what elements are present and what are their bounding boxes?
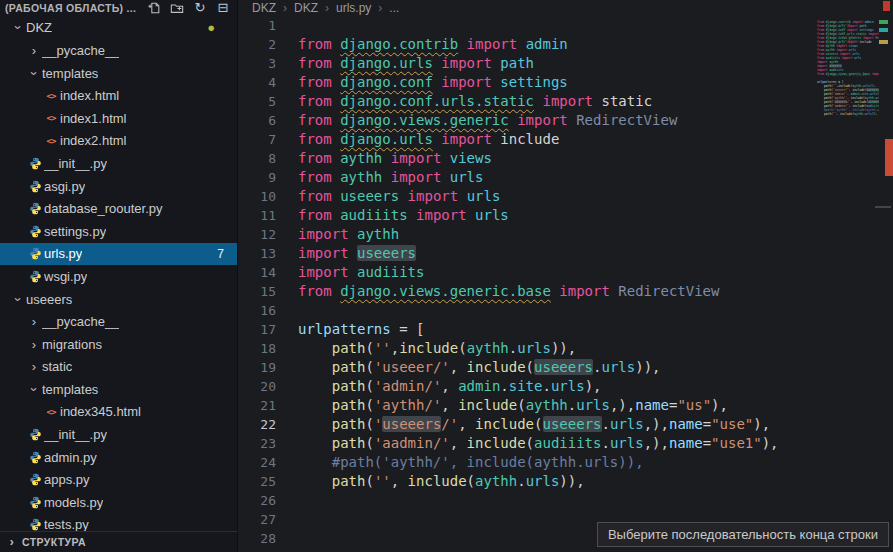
- collapse-all-button[interactable]: ⊟: [215, 0, 231, 16]
- breadcrumb-item[interactable]: DKZ: [252, 1, 276, 15]
- code-line-25[interactable]: 25 path('', include(aythh.urls)),: [238, 472, 893, 491]
- tree-item-__init__.py[interactable]: __init__.py: [0, 423, 237, 446]
- code-line-18[interactable]: 18 path('',include(aythh.urls)),: [238, 339, 893, 358]
- minimap-content: from django.contrib import adminfrom dja…: [817, 16, 879, 128]
- line-number[interactable]: 13: [238, 244, 298, 263]
- line-number[interactable]: 23: [238, 434, 298, 453]
- code-line-20[interactable]: 20 path('admin/', admin.site.urls),: [238, 377, 893, 396]
- explorer-section-header[interactable]: (РАБОЧАЯ ОБЛАСТЬ) ... ↻ ⊟: [0, 0, 237, 15]
- code-line-19[interactable]: 19 path('useeer/', include(useeers.urls)…: [238, 358, 893, 377]
- breadcrumb-item[interactable]: DKZ: [294, 1, 318, 15]
- line-number[interactable]: 9: [238, 168, 298, 187]
- outline-section-header[interactable]: › СТРУКТУРА: [0, 531, 237, 552]
- line-number[interactable]: 8: [238, 149, 298, 168]
- tree-item-asgi.py[interactable]: asgi.py: [0, 175, 237, 198]
- tree-item-apps.py[interactable]: apps.py: [0, 468, 237, 491]
- code-line-24[interactable]: 24 #path('aythh/', include(aythh.urls)),: [238, 453, 893, 472]
- line-number[interactable]: 19: [238, 358, 298, 377]
- code-line-15[interactable]: 15from django.views.generic.base import …: [238, 282, 893, 301]
- tree-item-templates[interactable]: ›templates: [0, 62, 237, 85]
- breadcrumb-item[interactable]: urls.py: [336, 1, 371, 15]
- explorer-sidebar: (РАБОЧАЯ ОБЛАСТЬ) ... ↻ ⊟ views.py›DKZ●›…: [0, 0, 238, 552]
- code-line-8[interactable]: 8from aythh import views: [238, 149, 893, 168]
- line-number[interactable]: 22: [238, 415, 298, 434]
- tree-item-__pycache__[interactable]: ›__pycache__: [0, 39, 237, 62]
- line-number[interactable]: 28: [238, 529, 298, 548]
- code-line-7[interactable]: 7from django.urls import include: [238, 130, 893, 149]
- line-number[interactable]: 17: [238, 320, 298, 339]
- code-editor[interactable]: 12from django.contrib import admin3from …: [238, 16, 893, 552]
- overview-ruler-mark: [883, 1, 890, 11]
- code-line-2[interactable]: 2from django.contrib import admin: [238, 35, 893, 54]
- tree-item-models.py[interactable]: models.py: [0, 491, 237, 514]
- code-line-text: from django.views.generic.base import Re…: [298, 282, 719, 301]
- line-number[interactable]: 20: [238, 377, 298, 396]
- tree-item-database_roouter.py[interactable]: database_roouter.py: [0, 197, 237, 220]
- code-line-10[interactable]: 10from useeers import urls: [238, 187, 893, 206]
- chevron-down-icon: ›: [11, 291, 26, 307]
- code-line-4[interactable]: 4from django.conf import settings: [238, 73, 893, 92]
- line-number[interactable]: 2: [238, 35, 298, 54]
- code-line-13[interactable]: 13import useeers: [238, 244, 893, 263]
- tree-item-__pycache__[interactable]: ›__pycache__: [0, 310, 237, 333]
- tree-item-DKZ[interactable]: ›DKZ●: [0, 17, 237, 40]
- line-number[interactable]: 11: [238, 206, 298, 225]
- line-number[interactable]: 1: [238, 16, 298, 35]
- line-number[interactable]: 21: [238, 396, 298, 415]
- tree-item-index2.html[interactable]: <>index2.html: [0, 130, 237, 153]
- minimap[interactable]: from django.contrib import adminfrom dja…: [817, 16, 879, 138]
- python-file-icon: [26, 518, 44, 531]
- tree-item-urls.py[interactable]: urls.py7: [0, 243, 237, 266]
- code-line-text: from django.conf import settings: [298, 73, 568, 92]
- code-line-1[interactable]: 1: [238, 16, 893, 35]
- tree-item-wsgi.py[interactable]: wsgi.py: [0, 265, 237, 288]
- tree-item-settings.py[interactable]: settings.py: [0, 220, 237, 243]
- code-line-23[interactable]: 23 path('aadmin/', include(audiiits.urls…: [238, 434, 893, 453]
- code-line-12[interactable]: 12import aythh: [238, 225, 893, 244]
- tree-item-useeers[interactable]: ›useeers: [0, 288, 237, 311]
- code-line-9[interactable]: 9from aythh import urls: [238, 168, 893, 187]
- line-number[interactable]: 27: [238, 510, 298, 529]
- code-line-22[interactable]: 22 path('useeers/', include(useeers.urls…: [238, 415, 893, 434]
- code-line-3[interactable]: 3from django.urls import path: [238, 54, 893, 73]
- code-line-6[interactable]: 6from django.views.generic import Redire…: [238, 111, 893, 130]
- code-line-14[interactable]: 14import audiiits: [238, 263, 893, 282]
- explorer-actions: ↻ ⊟: [146, 0, 231, 16]
- line-number[interactable]: 24: [238, 453, 298, 472]
- line-number[interactable]: 15: [238, 282, 298, 301]
- tree-item-templates[interactable]: ›templates: [0, 378, 237, 401]
- line-number[interactable]: 18: [238, 339, 298, 358]
- line-number[interactable]: 26: [238, 491, 298, 510]
- code-line-5[interactable]: 5from django.conf.urls.static import sta…: [238, 92, 893, 111]
- new-folder-button[interactable]: [169, 0, 185, 16]
- line-number[interactable]: 3: [238, 54, 298, 73]
- line-number[interactable]: 10: [238, 187, 298, 206]
- line-number[interactable]: 4: [238, 73, 298, 92]
- refresh-button[interactable]: ↻: [192, 0, 208, 16]
- tree-item-index.html[interactable]: <>index.html: [0, 84, 237, 107]
- tree-item-index345.html[interactable]: <>index345.html: [0, 401, 237, 424]
- line-number[interactable]: 14: [238, 263, 298, 282]
- breadcrumb-item[interactable]: ...: [389, 1, 399, 15]
- line-number[interactable]: 16: [238, 301, 298, 320]
- tree-item-label: urls.py: [44, 246, 82, 261]
- tree-item-admin.py[interactable]: admin.py: [0, 446, 237, 469]
- code-line-17[interactable]: 17urlpatterns = [: [238, 320, 893, 339]
- new-file-button[interactable]: [146, 0, 162, 16]
- line-number[interactable]: 12: [238, 225, 298, 244]
- code-line-26[interactable]: 26: [238, 491, 893, 510]
- problems-badge: 7: [217, 247, 224, 261]
- line-number[interactable]: 5: [238, 92, 298, 111]
- code-line-21[interactable]: 21 path('aythh/', include(aythh.urls,),n…: [238, 396, 893, 415]
- tree-item-index1.html[interactable]: <>index1.html: [0, 107, 237, 130]
- line-number[interactable]: 7: [238, 130, 298, 149]
- tree-item-static[interactable]: ›static: [0, 356, 237, 379]
- tree-item-__init__.py[interactable]: __init__.py: [0, 152, 237, 175]
- code-line-16[interactable]: 16: [238, 301, 893, 320]
- html-file-icon: <>: [42, 113, 60, 123]
- line-number[interactable]: 25: [238, 472, 298, 491]
- code-line-11[interactable]: 11from audiiits import urls: [238, 206, 893, 225]
- line-number[interactable]: 6: [238, 111, 298, 130]
- tree-item-migrations[interactable]: ›migrations: [0, 333, 237, 356]
- python-file-icon: [29, 202, 42, 215]
